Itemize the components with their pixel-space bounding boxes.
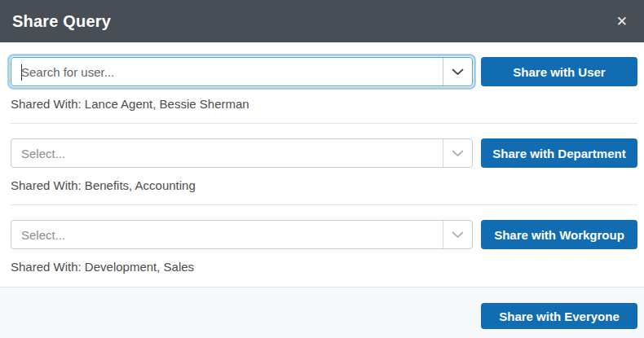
dialog-title: Share Query	[12, 12, 111, 31]
department-select-toggle[interactable]	[443, 139, 472, 167]
share-query-dialog: Share Query ✕ Share with User Shared Wit…	[0, 0, 644, 338]
shared-with-users-text: Shared With: Lance Agent, Bessie Sherman	[11, 97, 637, 111]
share-with-workgroup-button[interactable]: Share with Workgroup	[481, 220, 637, 249]
share-with-everyone-button[interactable]: Share with Everyone	[481, 303, 637, 329]
chevron-down-icon	[452, 231, 464, 239]
dialog-body: Share with User Shared With: Lance Agent…	[0, 42, 644, 274]
department-select-placeholder: Select...	[11, 147, 443, 160]
share-with-workgroup-row: Select... Share with Workgroup	[11, 220, 637, 249]
section-divider	[11, 123, 637, 124]
shared-with-workgroups-text: Shared With: Development, Sales	[11, 260, 637, 274]
dialog-footer: Share with Everyone	[0, 287, 644, 338]
share-with-user-button[interactable]: Share with User	[481, 57, 637, 86]
workgroup-select-placeholder: Select...	[11, 228, 443, 242]
user-search-combobox[interactable]	[11, 57, 473, 86]
dialog-header: Share Query ✕	[0, 0, 644, 42]
section-divider	[11, 204, 637, 205]
user-search-input[interactable]	[11, 58, 443, 86]
workgroup-select[interactable]: Select...	[11, 220, 473, 249]
share-with-department-row: Select... Share with Department	[11, 138, 637, 168]
text-cursor	[21, 64, 22, 81]
close-icon[interactable]: ✕	[613, 13, 631, 30]
share-with-department-button[interactable]: Share with Department	[481, 138, 637, 168]
shared-with-departments-text: Shared With: Benefits, Accounting	[11, 178, 637, 192]
chevron-down-icon	[452, 150, 464, 157]
department-select[interactable]: Select...	[11, 138, 473, 168]
share-with-user-row: Share with User	[11, 57, 637, 86]
chevron-down-icon	[452, 68, 464, 76]
workgroup-select-toggle[interactable]	[443, 221, 472, 248]
user-combobox-toggle[interactable]	[443, 58, 472, 86]
